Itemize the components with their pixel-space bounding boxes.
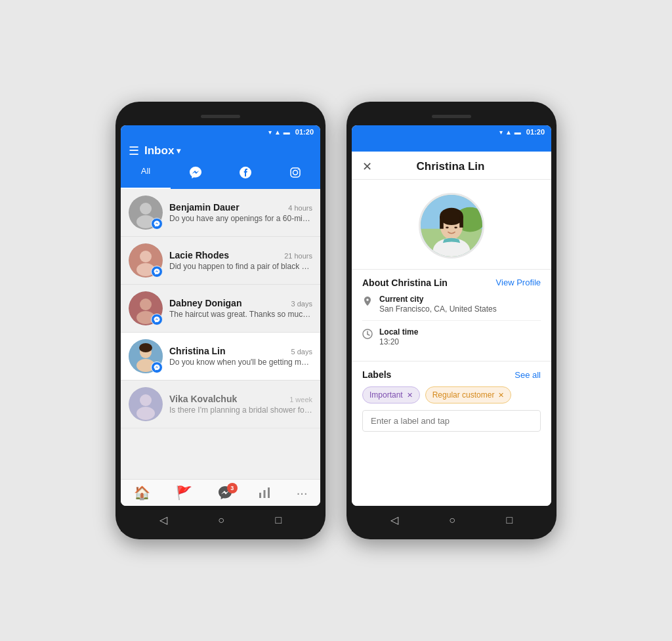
home-button-right[interactable]: ○ — [449, 514, 455, 526]
svg-point-10 — [140, 299, 152, 310]
message-content-vika: Vika Kovalchuk 1 week Is there I'm plann… — [169, 394, 312, 415]
city-value: San Francisco, CA, United States — [379, 304, 497, 314]
close-button[interactable]: ✕ — [362, 159, 372, 174]
labels-chips: Important ✕ Regular customer ✕ — [362, 386, 541, 403]
tab-all[interactable]: All — [121, 166, 171, 189]
message-name-christina: Christina Lin — [169, 346, 226, 356]
messenger-badge-benjamin — [151, 218, 163, 230]
view-profile-link[interactable]: View Profile — [496, 278, 541, 287]
label-chip-important[interactable]: Important ✕ — [362, 386, 420, 403]
bottom-nav-more[interactable]: ··· — [297, 486, 308, 501]
label-chip-important-close[interactable]: ✕ — [407, 391, 413, 400]
recents-button-right[interactable]: □ — [507, 514, 513, 526]
svg-rect-31 — [459, 217, 463, 228]
svg-line-36 — [368, 335, 369, 336]
dropdown-icon[interactable]: ▾ — [177, 146, 180, 155]
label-chip-regular-close[interactable]: ✕ — [498, 391, 504, 400]
message-name-benjamin: Benjamin Dauer — [169, 202, 240, 213]
recents-button-left[interactable]: □ — [276, 514, 282, 526]
message-name-lacie: Lacie Rhodes — [169, 250, 229, 260]
message-time-benjamin: 4 hours — [288, 204, 312, 212]
message-preview-benjamin: Do you have any openings for a 60-minute… — [169, 214, 312, 223]
status-icons-right: ▾ ▲ ▬ 01:20 — [499, 128, 545, 136]
tab-facebook[interactable] — [220, 166, 270, 189]
svg-point-7 — [140, 251, 152, 262]
message-item-benjamin[interactable]: Benjamin Dauer 4 hours Do you have any o… — [121, 189, 320, 237]
facebook-icon — [239, 166, 252, 182]
messenger-badge-christina — [151, 362, 163, 373]
left-phone-screen: ▾ ▲ ▬ 01:20 ☰ Inbox ▾ All — [121, 125, 320, 506]
svg-point-33 — [454, 226, 457, 228]
location-icon — [362, 296, 373, 309]
svg-point-2 — [298, 169, 299, 171]
home-button-left[interactable]: ○ — [218, 514, 224, 526]
battery-icon-right: ▬ — [514, 129, 521, 136]
message-name-dabney: Dabney Donigan — [169, 298, 242, 308]
clock-icon — [362, 329, 373, 342]
avatar-vika — [129, 387, 163, 421]
status-bar-right: ▾ ▲ ▬ 01:20 — [352, 125, 551, 138]
bottom-nav-messages[interactable]: 3 — [218, 486, 232, 500]
labels-see-all-link[interactable]: See all — [514, 370, 541, 380]
profile-card-header: ✕ Christina Lin — [352, 152, 551, 180]
label-chip-regular-text: Regular customer — [432, 390, 495, 400]
time-value: 13:20 — [379, 337, 418, 346]
bottom-nav-flag[interactable]: 🚩 — [176, 485, 192, 501]
message-header-dabney: Dabney Donigan 3 days — [169, 298, 312, 308]
bottom-nav-stats[interactable] — [258, 486, 271, 499]
svg-point-15 — [139, 343, 152, 352]
avatar-wrap-benjamin — [129, 196, 163, 230]
svg-rect-20 — [263, 490, 265, 498]
label-input[interactable] — [362, 410, 541, 432]
message-item-dabney[interactable]: Dabney Donigan 3 days The haircut was gr… — [121, 285, 320, 333]
wifi-icon: ▾ — [268, 129, 272, 136]
messages-badge: 3 — [227, 483, 238, 493]
android-nav-right: ◁ ○ □ — [352, 508, 551, 531]
detail-content-city: Current city San Francisco, CA, United S… — [379, 295, 497, 314]
tab-messenger[interactable] — [171, 166, 220, 189]
message-content-christina: Christina Lin 5 days Do you know when yo… — [169, 346, 312, 367]
back-button-left[interactable]: ◁ — [159, 514, 167, 526]
label-chip-regular[interactable]: Regular customer ✕ — [425, 386, 512, 403]
message-item-vika[interactable]: Vika Kovalchuk 1 week Is there I'm plann… — [121, 381, 320, 428]
bottom-nav-home[interactable]: 🏠 — [134, 485, 150, 501]
speaker-grille-right — [432, 115, 471, 118]
profile-avatar-large — [419, 193, 484, 258]
messenger-icon — [189, 166, 202, 182]
message-preview-lacie: Did you happen to find a pair of black s… — [169, 262, 312, 271]
svg-point-17 — [140, 394, 152, 406]
speaker-grille — [201, 115, 240, 118]
left-phone-notch — [121, 110, 320, 123]
message-time-dabney: 3 days — [291, 300, 312, 308]
label-chip-important-text: Important — [369, 390, 403, 400]
message-item-lacie[interactable]: Lacie Rhodes 21 hours Did you happen to … — [121, 237, 320, 285]
battery-icon: ▬ — [284, 129, 290, 136]
avatar-wrap-dabney — [129, 291, 163, 325]
message-name-vika: Vika Kovalchuk — [169, 394, 237, 404]
message-header-vika: Vika Kovalchuk 1 week — [169, 394, 312, 404]
nav-title: Inbox ▾ — [144, 144, 180, 157]
left-phone: ▾ ▲ ▬ 01:20 ☰ Inbox ▾ All — [116, 102, 326, 539]
wifi-icon-right: ▾ — [499, 129, 503, 136]
avatar-wrap-christina — [129, 339, 163, 373]
time-label: Local time — [379, 327, 418, 337]
message-header-benjamin: Benjamin Dauer 4 hours — [169, 202, 312, 213]
message-header-christina: Christina Lin 5 days — [169, 346, 312, 356]
tab-instagram[interactable] — [270, 166, 320, 189]
messenger-badge-lacie — [151, 266, 163, 278]
hamburger-icon[interactable]: ☰ — [129, 144, 139, 158]
signal-icon: ▲ — [274, 129, 281, 136]
back-button-right[interactable]: ◁ — [390, 514, 398, 526]
message-content-dabney: Dabney Donigan 3 days The haircut was gr… — [169, 298, 312, 319]
svg-point-32 — [446, 226, 449, 228]
messenger-badge-dabney — [151, 314, 163, 325]
android-nav-left: ◁ ○ □ — [121, 508, 320, 531]
message-preview-christina: Do you know when you'll be getting more … — [169, 358, 312, 367]
profile-card: ✕ Christina Lin — [352, 152, 551, 506]
signal-icon-right: ▲ — [505, 129, 512, 136]
labels-section: Labels See all Important ✕ Regular custo… — [352, 362, 551, 440]
profile-blue-band — [352, 138, 551, 152]
status-time-right: 01:20 — [526, 128, 545, 136]
profile-avatar-section — [352, 180, 551, 270]
message-item-christina[interactable]: Christina Lin 5 days Do you know when yo… — [121, 333, 320, 381]
